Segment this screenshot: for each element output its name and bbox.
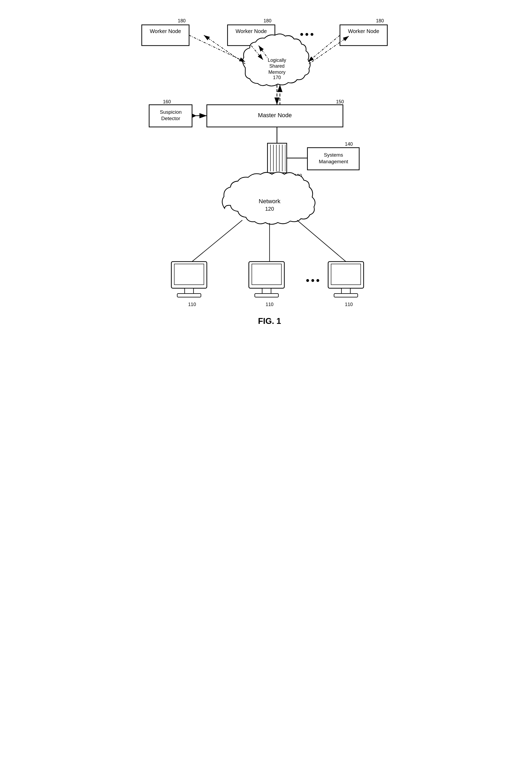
- figure-label: FIG. 1: [258, 316, 281, 326]
- ellipsis-bottom: ●●●: [306, 276, 321, 284]
- systems-mgmt-ref: 140: [345, 141, 353, 147]
- client3-ref: 110: [345, 302, 353, 307]
- worker-node-1-label: Worker Node: [150, 28, 181, 34]
- svg-rect-22: [334, 294, 358, 297]
- worker-node-1-box: [142, 25, 189, 46]
- client1-ref: 110: [188, 302, 196, 307]
- shared-memory-label-3: Memory: [268, 70, 285, 75]
- worker3-to-cloud-arrow2: [309, 36, 349, 64]
- svg-rect-16: [252, 264, 281, 285]
- ellipsis-top: ●●●: [300, 30, 315, 38]
- worker-node-1-ref: 180: [178, 18, 186, 23]
- worker3-to-cloud-arrow: [308, 35, 340, 62]
- network-to-client1-line: [192, 220, 242, 262]
- diagram-container: Worker Node 180 Worker Node 180 ●●● Work…: [133, 16, 399, 431]
- suspicion-detector-ref: 160: [163, 99, 171, 104]
- client-3-icon: [328, 262, 363, 297]
- network-to-client3-line: [297, 220, 346, 262]
- shared-memory-ref: 170: [273, 75, 281, 80]
- svg-rect-21: [341, 288, 350, 294]
- worker-node-2-label: Worker Node: [236, 28, 267, 34]
- client2-ref: 110: [266, 302, 274, 307]
- main-diagram: Worker Node 180 Worker Node 180 ●●● Work…: [133, 16, 399, 430]
- switch-icon: [268, 143, 287, 173]
- svg-rect-20: [331, 264, 361, 285]
- worker-node-3-box: [340, 25, 387, 46]
- systems-mgmt-label-2: Management: [319, 159, 348, 164]
- network-ref: 120: [265, 206, 274, 212]
- suspicion-arrow-tip: [192, 114, 197, 118]
- shared-memory-label-1: Logically: [268, 58, 286, 63]
- worker-node-3-label: Worker Node: [348, 28, 379, 34]
- client-2-icon: [249, 262, 284, 297]
- network-label: Network: [259, 198, 281, 205]
- svg-rect-14: [177, 294, 201, 297]
- shared-memory-label-2: Shared: [269, 63, 284, 69]
- suspicion-detector-label-2: Detector: [161, 116, 180, 121]
- systems-mgmt-label-1: Systems: [324, 152, 343, 158]
- svg-rect-13: [185, 288, 193, 294]
- worker-node-2-ref: 180: [264, 18, 272, 23]
- suspicion-detector-label-1: Suspicion: [160, 109, 182, 115]
- master-node-label: Master Node: [258, 112, 292, 119]
- client-1-icon: [171, 262, 207, 297]
- svg-rect-17: [262, 288, 271, 294]
- svg-rect-12: [174, 264, 204, 285]
- network-cloud: Network 120: [222, 172, 315, 224]
- worker-node-3-ref: 180: [376, 18, 384, 23]
- svg-rect-18: [255, 294, 279, 297]
- master-node-ref: 150: [336, 99, 344, 104]
